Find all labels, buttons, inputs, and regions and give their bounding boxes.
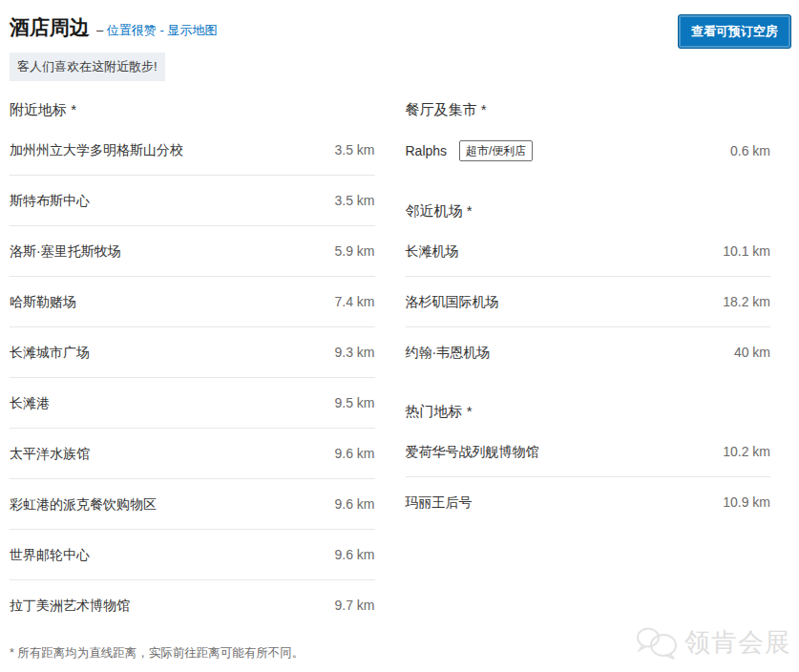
poi-distance: 40 km [734,343,770,362]
watermark: 领肯会展 [635,624,791,661]
poi-distance: 18.2 km [723,292,770,311]
watermark-text: 领肯会展 [684,625,791,660]
poi-name: 哈斯勒赌场 [10,292,76,311]
poi-name: 洛斯·塞里托斯牧场 [10,242,121,261]
poi-name-with-tag: Ralphs 超市/便利店 [406,140,534,161]
poi-distance: 9.5 km [334,393,374,412]
poi-name: 长滩城市广场 [10,343,90,362]
poi-distance: 10.2 km [723,442,770,461]
poi-row: 洛斯·塞里托斯牧场 5.9 km [10,226,375,277]
poi-row: 太平洋水族馆 9.6 km [10,429,375,479]
show-map-link[interactable]: 显示地图 [167,23,217,37]
poi-row: 哈斯勒赌场 7.4 km [10,277,375,327]
poi-name: 爱荷华号战列舰博物馆 [406,442,539,461]
location-rating-link[interactable]: 位置很赞 [107,23,157,37]
poi-distance: 7.4 km [334,292,374,311]
section-heading: 热门地标 * [406,377,771,427]
hotel-surroundings-panel: 酒店周边 – 位置很赞 - 显示地图 查看可预订空房 客人们喜欢在这附近散步! … [0,0,799,662]
poi-row: Ralphs 超市/便利店 0.6 km [406,125,771,177]
poi-name: 洛杉矶国际机场 [406,292,499,311]
poi-name: 斯特布斯中心 [10,191,90,210]
poi-distance: 9.6 km [334,444,374,463]
watermark-logo-icon [635,624,679,661]
distance-footnote: * 所有距离均为直线距离，实际前往距离可能有所不同。 [10,645,375,662]
poi-name: 长滩机场 [406,242,459,261]
poi-row: 彩虹港的派克餐饮购物区 9.6 km [10,479,375,530]
poi-row: 长滩机场 10.1 km [406,226,771,277]
section-nearby-landmarks: 附近地标 * 加州州立大学多明格斯山分校 3.5 km 斯特布斯中心 3.5 k… [10,81,375,630]
poi-row: 长滩港 9.5 km [10,378,375,429]
poi-name: 长滩港 [10,393,50,412]
poi-row: 约翰·韦恩机场 40 km [406,327,771,377]
poi-distance: 10.1 km [723,242,770,261]
section-heading: 附近地标 * [10,81,375,125]
poi-distance: 5.9 km [334,242,374,261]
poi-distance: 3.5 km [334,191,374,210]
poi-row: 洛杉矶国际机场 18.2 km [406,277,771,327]
section-heading: 邻近机场 * [406,177,771,226]
section-popular-landmarks: 热门地标 * 爱荷华号战列舰博物馆 10.2 km 玛丽王后号 10.9 km [406,377,771,527]
poi-distance: 9.3 km [334,343,374,362]
right-column: 餐厅及集市 * Ralphs 超市/便利店 0.6 km 邻近机场 * 长滩机场… [406,81,771,662]
poi-name: Ralphs [406,143,448,158]
page-title: 酒店周边 [10,14,90,41]
poi-name: 彩虹港的派克餐饮购物区 [10,494,157,514]
header: 酒店周边 – 位置很赞 - 显示地图 [10,14,770,41]
poi-row: 斯特布斯中心 3.5 km [10,176,375,226]
poi-name: 世界邮轮中心 [10,545,90,564]
poi-name: 太平洋水族馆 [10,444,90,463]
section-restaurants-markets: 餐厅及集市 * Ralphs 超市/便利店 0.6 km [406,81,771,177]
poi-name: 约翰·韦恩机场 [406,343,491,362]
poi-row: 世界邮轮中心 9.6 km [10,530,375,580]
poi-name: 拉丁美洲艺术博物馆 [10,596,130,615]
poi-row: 长滩城市广场 9.3 km [10,327,375,378]
header-subtitle: – 位置很赞 - 显示地图 [96,22,217,39]
poi-distance: 3.5 km [334,140,374,159]
poi-row: 拉丁美洲艺术博物馆 9.7 km [10,580,375,630]
subtitle-dash: – [96,23,103,37]
left-column: 附近地标 * 加州州立大学多明格斯山分校 3.5 km 斯特布斯中心 3.5 k… [10,81,375,662]
poi-distance: 9.7 km [334,596,374,615]
poi-distance: 9.6 km [334,545,374,564]
section-heading: 餐厅及集市 * [406,81,771,125]
poi-columns: 附近地标 * 加州州立大学多明格斯山分校 3.5 km 斯特布斯中心 3.5 k… [10,81,770,662]
poi-distance: 10.9 km [723,493,770,512]
poi-name: 加州州立大学多明格斯山分校 [10,140,183,159]
section-airports: 邻近机场 * 长滩机场 10.1 km 洛杉矶国际机场 18.2 km 约翰·韦… [406,177,771,377]
poi-row: 爱荷华号战列舰博物馆 10.2 km [406,427,771,477]
link-separator: - [159,23,163,37]
guests-walk-badge: 客人们喜欢在这附近散步! [10,52,165,81]
poi-distance: 9.6 km [334,494,374,514]
poi-name: 玛丽王后号 [406,493,473,512]
check-availability-button[interactable]: 查看可预订空房 [678,14,791,49]
poi-distance: 0.6 km [730,141,770,160]
poi-category-tag: 超市/便利店 [459,140,533,161]
poi-row: 玛丽王后号 10.9 km [406,477,771,527]
poi-row: 加州州立大学多明格斯山分校 3.5 km [10,125,375,176]
